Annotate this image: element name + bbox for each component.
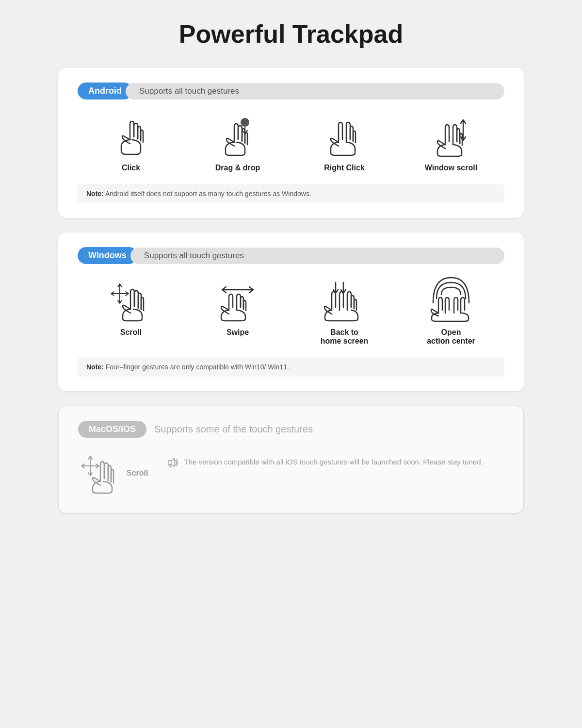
macos-content: Scroll The version compatible with al xyxy=(78,447,504,498)
windows-note: Note: Four–finger gestures are only comp… xyxy=(78,357,504,377)
drag-icon xyxy=(213,114,262,158)
windows-badge: Windows xyxy=(78,247,137,264)
home-label: Back to home screen xyxy=(321,328,369,346)
svg-point-0 xyxy=(241,118,249,127)
windows-gestures-row: Scroll xyxy=(78,279,504,346)
rightclick-label: Right Click xyxy=(324,164,365,172)
windows-note-prefix: Note: xyxy=(86,363,104,371)
scroll-label: Scroll xyxy=(120,328,142,337)
windowscroll-label: Window scroll xyxy=(425,164,477,172)
macos-info: The version compatible with all iOS touc… xyxy=(167,452,483,471)
swipe-icon xyxy=(213,279,262,322)
gesture-scroll: Scroll xyxy=(78,279,184,337)
macos-badge: MacOS/iOS xyxy=(78,421,146,438)
swipe-label: Swipe xyxy=(226,328,249,337)
page-title: Powerful Trackpad xyxy=(179,19,403,49)
scroll-icon xyxy=(107,279,155,322)
megaphone-icon xyxy=(167,457,179,471)
windowscroll-icon xyxy=(427,114,475,158)
home-icon xyxy=(320,279,369,322)
gesture-home: Back to home screen xyxy=(291,279,398,346)
macos-header-text: Supports some of the touch gestures xyxy=(154,424,313,435)
gesture-click: Click xyxy=(78,114,184,172)
macos-scroll-label: Scroll xyxy=(127,469,148,478)
macos-scroll-icon xyxy=(78,452,122,494)
ios-note-text: The version compatible with all iOS touc… xyxy=(184,456,483,468)
gesture-action: Open action center xyxy=(398,279,504,346)
click-icon xyxy=(107,114,155,158)
android-header-text: Supports all touch gestures xyxy=(126,83,504,99)
gesture-drag: Drag & drop xyxy=(184,114,291,172)
action-icon xyxy=(427,279,475,322)
windows-card: Windows Supports all touch gestures xyxy=(58,232,524,391)
android-gestures-row: Click xyxy=(78,114,504,172)
rightclick-icon xyxy=(320,114,369,158)
gesture-windowscroll: Window scroll xyxy=(398,114,504,172)
page-container: Powerful Trackpad Android Supports all t… xyxy=(58,19,524,513)
macos-scroll-group: Scroll xyxy=(78,452,148,494)
android-note-prefix: Note: xyxy=(86,190,104,198)
gesture-rightclick: Right Click xyxy=(291,114,398,172)
windows-header: Windows Supports all touch gestures xyxy=(78,247,504,264)
click-label: Click xyxy=(122,164,140,172)
windows-header-text: Supports all touch gestures xyxy=(130,248,504,264)
windows-note-text: Four–finger gestures are only compatible… xyxy=(106,363,289,371)
android-badge: Android xyxy=(78,83,132,99)
android-card: Android Supports all touch gestures xyxy=(58,68,524,218)
gesture-swipe: Swipe xyxy=(184,279,291,337)
macos-header: MacOS/iOS Supports some of the touch ges… xyxy=(78,421,504,438)
android-header: Android Supports all touch gestures xyxy=(78,83,504,99)
macos-card: MacOS/iOS Supports some of the touch ges… xyxy=(58,406,524,513)
android-note: Note: Android itself does not support as… xyxy=(78,184,504,203)
action-label: Open action center xyxy=(427,328,475,346)
drag-label: Drag & drop xyxy=(215,164,260,172)
android-note-text: Android itself does not support as many … xyxy=(105,190,311,198)
